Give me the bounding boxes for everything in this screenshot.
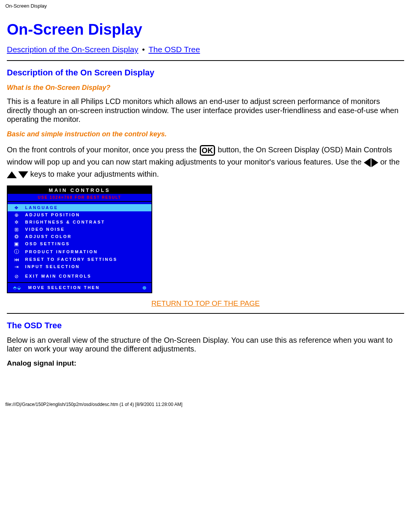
section-heading-osd-tree: The OSD Tree [7, 321, 404, 331]
osd-item: ⊕ADJUST POSITION [8, 211, 151, 219]
text-frag-a: On the front controls of your monitor, o… [7, 145, 199, 154]
osd-main-controls-panel: MAIN CONTROLS USE 1024×768 FOR BEST RESU… [7, 185, 152, 293]
para-what-is-osd: This is a feature in all Philips LCD mon… [7, 97, 404, 124]
ok-button-icon: OK [200, 145, 215, 156]
osd-item-label: ADJUST COLOR [25, 234, 72, 239]
section-heading-description: Description of the On Screen Display [7, 68, 404, 78]
subhead-analog-input: Analog signal input: [7, 359, 404, 367]
subhead-what-is-osd: What is the On-Screen Display? [7, 84, 404, 92]
arrow-down-icon [18, 171, 28, 178]
top-nav-links: Description of the On-Screen Display • T… [7, 45, 404, 54]
arrow-left-icon [364, 158, 371, 167]
osd-footer-ok-icon: ⊛ [142, 285, 148, 291]
osd-item-label: PRODUCT INFORMATION [25, 249, 98, 254]
osd-item-icon: ⏮ [13, 257, 20, 262]
page-title: On-Screen Display [7, 21, 404, 38]
para-osd-tree: Below is an overall view of the structur… [7, 336, 404, 354]
osd-item-icon: ⊕ [13, 212, 20, 218]
return-to-top-link[interactable]: RETURN TO TOP OF THE PAGE [151, 299, 260, 307]
arrow-up-icon [7, 171, 17, 178]
osd-item: ⇥INPUT SELECTION [8, 263, 151, 270]
osd-item-icon: ▣ [13, 241, 20, 247]
subhead-basic-instruction: Basic and simple instruction on the cont… [7, 130, 404, 138]
osd-item-icon: ❖ [13, 205, 20, 211]
osd-item: ❖LANGUAGE [8, 204, 151, 211]
osd-resolution-hint: USE 1024×768 FOR BEST RESULT [8, 194, 151, 202]
text-frag-c: keys to make your adjustments within. [30, 170, 159, 178]
text-frag-mid: or the [380, 158, 400, 166]
osd-item-icon: ⊞ [13, 227, 20, 232]
divider [7, 60, 404, 61]
divider [7, 313, 404, 314]
link-osd-tree[interactable]: The OSD Tree [148, 45, 200, 54]
return-to-top-wrap: RETURN TO TOP OF THE PAGE [7, 299, 404, 308]
osd-item: ▣OSD SETTINGS [8, 240, 151, 248]
osd-item-icon: ✲ [13, 219, 20, 225]
osd-footer-move-icon: ⬘⬙ [13, 285, 25, 291]
osd-item-icon: ⇥ [13, 264, 20, 270]
osd-item: ❂ADJUST COLOR [8, 233, 151, 240]
osd-footer: ⬘⬙ MOVE SELECTION THEN ⊛ [8, 282, 151, 292]
osd-item-label: LANGUAGE [25, 205, 58, 210]
osd-item: ⏮RESET TO FACTORY SETTINGS [8, 256, 151, 263]
osd-item: ⊞VIDEO NOISE [8, 226, 151, 233]
arrow-right-icon [371, 158, 378, 167]
osd-item-icon: ❂ [13, 234, 20, 240]
osd-item: ✲BRIGHTNESS & CONTRAST [8, 219, 151, 226]
osd-menu-list: ❖LANGUAGE⊕ADJUST POSITION✲BRIGHTNESS & C… [8, 202, 151, 282]
osd-item-label: EXIT MAIN CONTROLS [25, 274, 91, 278]
page-footer-path: file:///D|/Grace/150P2/english/150p2m/os… [0, 398, 411, 411]
osd-item-label: INPUT SELECTION [25, 264, 80, 269]
nav-bullet: • [142, 45, 145, 54]
page-header-title: On-Screen Display [0, 0, 411, 11]
page-content: On-Screen Display Description of the On-… [0, 11, 411, 367]
osd-item-icon: ⓘ [13, 248, 20, 255]
para-control-keys: On the front controls of your monitor, o… [7, 144, 404, 180]
osd-footer-label: MOVE SELECTION THEN [28, 285, 100, 290]
osd-item-icon: ⊘ [13, 273, 20, 279]
osd-item-label: RESET TO FACTORY SETTINGS [25, 257, 118, 262]
osd-item-label: OSD SETTINGS [25, 241, 70, 246]
osd-item-label: VIDEO NOISE [25, 227, 65, 232]
osd-title: MAIN CONTROLS [8, 186, 151, 194]
osd-item: ⊘EXIT MAIN CONTROLS [8, 273, 151, 280]
link-description-osd[interactable]: Description of the On-Screen Display [7, 45, 139, 54]
osd-item: ⓘPRODUCT INFORMATION [8, 248, 151, 256]
osd-item-label: BRIGHTNESS & CONTRAST [25, 220, 105, 224]
osd-item-label: ADJUST POSITION [25, 212, 80, 217]
